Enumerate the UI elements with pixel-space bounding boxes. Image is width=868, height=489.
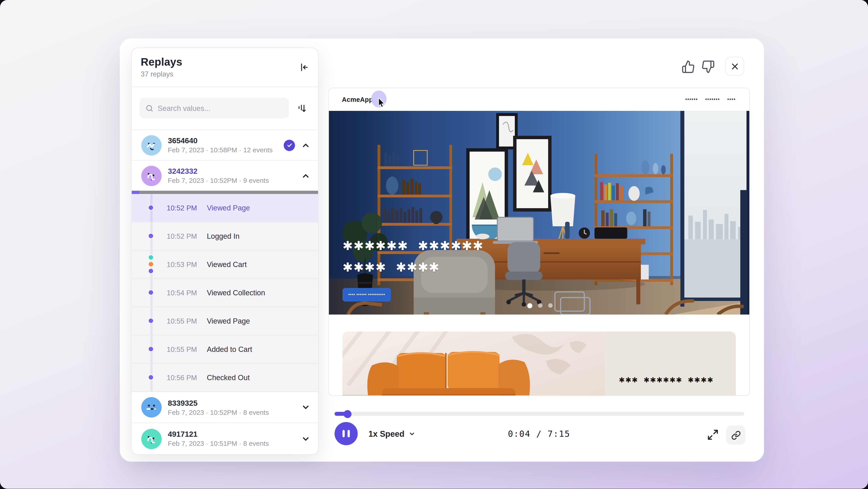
session-meta: Feb 7, 2023 · 10:52PM · 9 events: [168, 176, 295, 184]
event-row[interactable]: 10:55 PM Viewed Page: [132, 307, 318, 336]
chevron-up-icon[interactable]: [301, 141, 310, 150]
event-time: 10:52 PM: [167, 232, 199, 240]
chevron-up-icon[interactable]: [301, 171, 310, 180]
avatar: [141, 165, 162, 186]
site-topbar: AcmeApp ****** ******* ****: [329, 88, 749, 111]
speed-label: 1x Speed: [368, 429, 404, 438]
hero-masked-heading-line1: ✱✱✱✱✱✱ ✱✱✱✱✱✱: [342, 239, 484, 253]
copy-link-button[interactable]: [726, 425, 745, 444]
carousel-dot: [548, 303, 553, 308]
thumbs-down-button[interactable]: [701, 59, 715, 74]
replay-modal: Replays 37 replays: [120, 38, 764, 462]
hero-masked-heading-line2: ✱✱✱✱ ✱✱✱✱: [342, 260, 440, 275]
event-time: 10:56 PM: [167, 374, 199, 381]
selected-check-badge: [284, 139, 295, 151]
carousel-dot-active: [527, 303, 532, 309]
nav-item-masked: *******: [705, 97, 720, 102]
pause-icon: [342, 430, 345, 437]
event-dot: [148, 289, 154, 295]
pause-button[interactable]: [335, 422, 358, 445]
sidebar-title: Replays: [141, 56, 309, 68]
stage: Replays 37 replays: [0, 0, 868, 489]
search-row: [132, 87, 318, 130]
product-text-panel: ✱✱✱ ✱✱✱✱✱✱ ✱✱✱✱: [605, 332, 736, 396]
event-dot: [148, 374, 154, 380]
avatar: [141, 429, 162, 449]
event-label: Viewed Page: [207, 317, 250, 325]
carousel-dot: [538, 303, 542, 308]
sort-button[interactable]: [294, 100, 310, 116]
cursor-icon: [378, 98, 387, 108]
link-icon: [731, 430, 741, 440]
expand-button[interactable]: [706, 428, 719, 441]
collapse-panel-icon: [298, 62, 309, 73]
event-time: 10:55 PM: [167, 317, 199, 325]
avatar: [141, 397, 162, 418]
site-nav: ****** ******* ****: [685, 97, 736, 102]
event-dot-teal: [148, 254, 154, 260]
chevron-down-icon: [408, 430, 415, 437]
close-button[interactable]: [725, 57, 744, 76]
event-row[interactable]: 10:54 PM Viewed Collection: [132, 279, 318, 307]
event-label: Viewed Collection: [207, 289, 265, 297]
time-display: 0:04 / 7:15: [508, 429, 570, 439]
session-meta: Feb 7, 2023 · 10:58PM · 12 events: [168, 146, 278, 154]
replay-viewport: AcmeApp ****** ******* ****: [329, 88, 750, 396]
event-row[interactable]: 10:53 PM Viewed Cart: [132, 251, 318, 279]
event-timeline: 10:52 PM Viewed Page 10:52 PM Logged In …: [132, 194, 318, 392]
playback-speed-control[interactable]: 1x Speed: [368, 422, 415, 445]
session-row[interactable]: 8339325 Feb 7, 2023 · 10:52PM · 8 events: [132, 392, 318, 423]
event-row[interactable]: 10:52 PM Logged In: [132, 223, 318, 251]
session-row[interactable]: 3242332 Feb 7, 2023 · 10:52PM · 9 events: [132, 160, 318, 191]
product-section-card: ✱✱✱ ✱✱✱✱✱✱ ✱✱✱✱: [342, 332, 736, 396]
session-row[interactable]: 3654640 Feb 7, 2023 · 10:58PM · 12 event…: [132, 130, 318, 160]
event-dot-purple: [148, 268, 154, 274]
thumbs-up-icon: [682, 60, 695, 74]
event-label: Logged In: [207, 232, 240, 240]
event-dot: [148, 346, 154, 352]
chevron-down-icon[interactable]: [301, 434, 310, 443]
event-dot: [148, 205, 154, 210]
avatar: [141, 135, 162, 155]
collapse-sidebar-button[interactable]: [297, 61, 310, 74]
sort-descending-icon: [297, 103, 308, 114]
product-masked-text: ✱✱✱ ✱✱✱✱✱✱ ✱✱✱✱: [619, 376, 714, 384]
site-logo: AcmeApp: [342, 96, 373, 103]
session-id: 3242332: [168, 167, 295, 176]
event-label: Viewed Cart: [207, 260, 247, 269]
session-info: 3654640 Feb 7, 2023 · 10:58PM · 12 event…: [168, 137, 278, 154]
progress-rest: [140, 191, 318, 194]
event-label: Checked Out: [207, 373, 250, 382]
session-id: 3654640: [168, 137, 278, 145]
session-meta: Feb 7, 2023 · 10:52PM · 8 events: [168, 408, 295, 416]
pause-icon: [348, 430, 350, 437]
seek-knob[interactable]: [344, 410, 351, 418]
seek-bar[interactable]: [335, 412, 744, 416]
session-row[interactable]: 4917121 Feb 7, 2023 · 10:51PM · 8 events: [132, 423, 318, 454]
session-meta: Feb 7, 2023 · 10:51PM · 8 events: [168, 440, 295, 448]
sidebar-header: Replays 37 replays: [132, 48, 318, 86]
event-row[interactable]: 10:52 PM Viewed Page: [132, 194, 318, 223]
event-time: 10:52 PM: [167, 204, 199, 212]
event-time: 10:53 PM: [167, 260, 199, 268]
session-info: 4917121 Feb 7, 2023 · 10:51PM · 8 events: [168, 430, 295, 448]
session-id: 4917121: [168, 430, 295, 438]
session-info: 3242332 Feb 7, 2023 · 10:52PM · 9 events: [168, 167, 295, 185]
search-input[interactable]: [158, 104, 283, 112]
progress-fill: [132, 191, 140, 194]
chevron-down-icon[interactable]: [301, 403, 310, 412]
thumbs-down-icon: [702, 60, 715, 74]
event-row[interactable]: 10:55 PM Added to Cart: [132, 336, 318, 364]
event-dot: [148, 318, 154, 323]
event-time: 10:55 PM: [167, 345, 199, 353]
hero-cta-button: **** ****** **********: [342, 288, 391, 301]
close-icon: [730, 62, 739, 70]
event-dot-orange: [148, 261, 154, 267]
replay-count: 37 replays: [141, 70, 309, 78]
thumbs-up-button[interactable]: [681, 59, 696, 74]
site-section-gap: [329, 315, 749, 332]
event-time: 10:54 PM: [167, 289, 199, 297]
event-row[interactable]: 10:56 PM Checked Out: [132, 364, 318, 392]
search-box: [140, 98, 289, 118]
hero-banner: ✱✱✱✱✱✱ ✱✱✱✱✱✱ ✱✱✱✱ ✱✱✱✱ **** ****** ****…: [329, 111, 750, 315]
